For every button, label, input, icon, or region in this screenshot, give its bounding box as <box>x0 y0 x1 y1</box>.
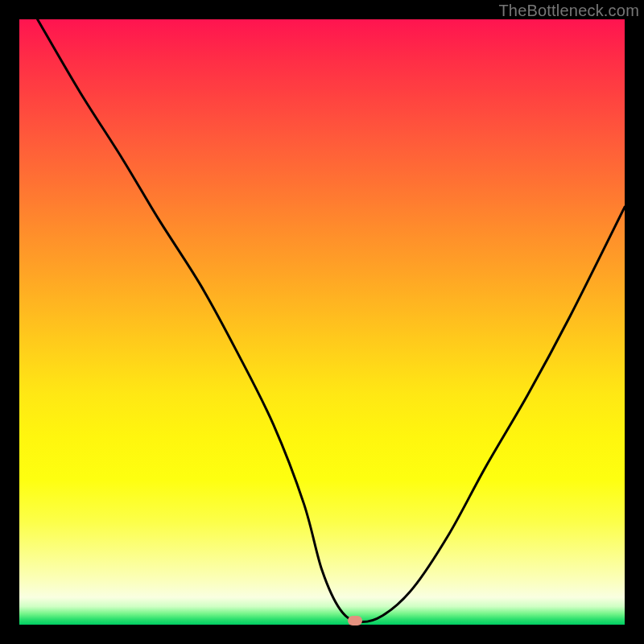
plot-area <box>19 19 625 625</box>
watermark-text: TheBottleneck.com <box>498 2 639 20</box>
chart-frame: TheBottleneck.com <box>0 0 644 644</box>
